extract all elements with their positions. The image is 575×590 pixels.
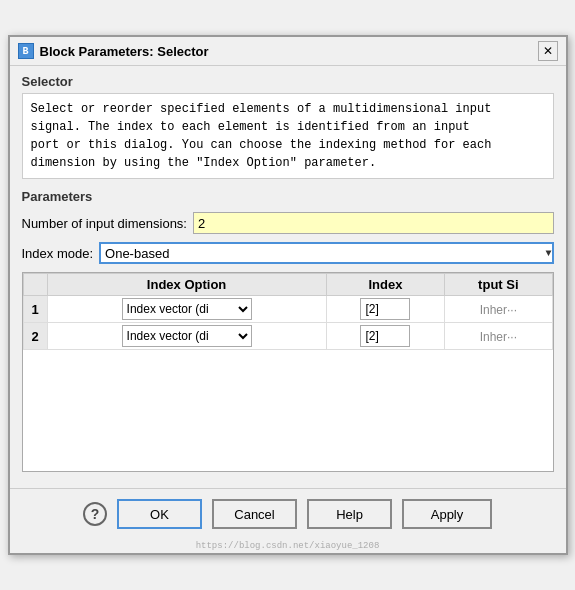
title-bar: B Block Parameters: Selector ✕ <box>10 37 566 66</box>
block-parameters-dialog: B Block Parameters: Selector ✕ Selector … <box>8 35 568 555</box>
table-header: Index Option Index tput Si <box>23 274 552 296</box>
help-icon-button[interactable]: ? <box>83 502 107 526</box>
table-col-index: Index <box>326 274 444 296</box>
parameters-section-label: Parameters <box>22 189 554 204</box>
title-bar-left: B Block Parameters: Selector <box>18 43 209 59</box>
row1-index-option[interactable]: Index vector (di <box>47 296 326 323</box>
description-text: Select or reorder specified elements of … <box>22 93 554 179</box>
index-mode-select[interactable]: One-based Zero-based <box>99 242 553 264</box>
row2-index-option[interactable]: Index vector (di <box>47 323 326 350</box>
index-table: Index Option Index tput Si 1 Index vecto… <box>23 273 553 350</box>
num-dimensions-row: Number of input dimensions: <box>22 212 554 234</box>
table-row: 1 Index vector (di Inher··· <box>23 296 552 323</box>
index-mode-label: Index mode: <box>22 246 94 261</box>
close-button[interactable]: ✕ <box>538 41 558 61</box>
table-row: 2 Index vector (di Inher··· <box>23 323 552 350</box>
cancel-button[interactable]: Cancel <box>212 499 297 529</box>
ok-button[interactable]: OK <box>117 499 202 529</box>
num-dimensions-label: Number of input dimensions: <box>22 216 187 231</box>
button-row: ? OK Cancel Help Apply <box>10 488 566 539</box>
row1-index[interactable] <box>326 296 444 323</box>
table-col-index-option: Index Option <box>47 274 326 296</box>
index-mode-select-wrapper: One-based Zero-based ▼ <box>99 242 553 264</box>
num-dimensions-input[interactable] <box>193 212 554 234</box>
row1-index-option-select[interactable]: Index vector (di <box>122 298 252 320</box>
dialog-content: Selector Select or reorder specified ele… <box>10 66 566 488</box>
table-body: 1 Index vector (di Inher··· <box>23 296 552 350</box>
selector-section-label: Selector <box>22 74 554 89</box>
row2-output-size: Inher··· <box>445 323 552 350</box>
dialog-title: Block Parameters: Selector <box>40 44 209 59</box>
row1-number: 1 <box>23 296 47 323</box>
apply-button[interactable]: Apply <box>402 499 492 529</box>
row1-output-size: Inher··· <box>445 296 552 323</box>
row2-index[interactable] <box>326 323 444 350</box>
row1-index-input[interactable] <box>360 298 410 320</box>
table-col-number <box>23 274 47 296</box>
watermark: https://blog.csdn.net/xiaoyue_1208 <box>10 539 566 553</box>
row2-number: 2 <box>23 323 47 350</box>
row2-index-input[interactable] <box>360 325 410 347</box>
help-button[interactable]: Help <box>307 499 392 529</box>
index-table-container[interactable]: Index Option Index tput Si 1 Index vecto… <box>22 272 554 472</box>
table-col-output-size: tput Si <box>445 274 552 296</box>
row2-index-option-select[interactable]: Index vector (di <box>122 325 252 347</box>
index-mode-row: Index mode: One-based Zero-based ▼ <box>22 242 554 264</box>
dialog-icon: B <box>18 43 34 59</box>
